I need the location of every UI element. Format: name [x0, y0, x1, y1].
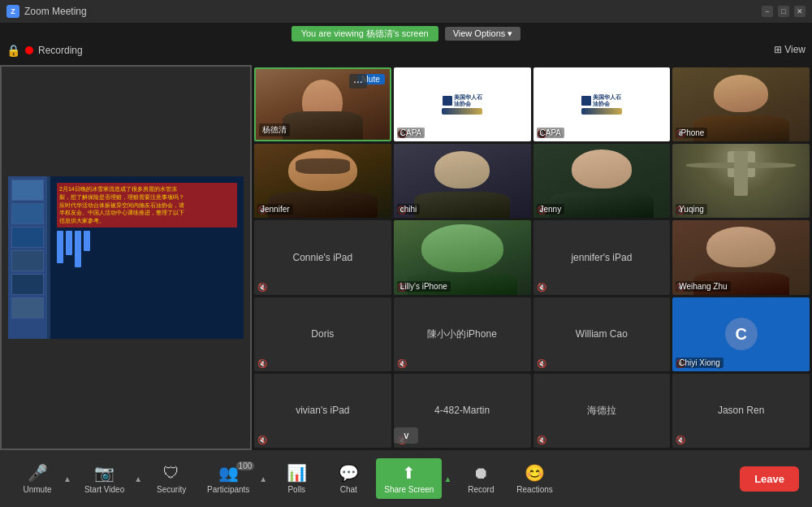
zoom-logo: Z — [6, 5, 19, 18]
slide-red-box: 2月14日晚的冰雪寒流造成了很多房屋的水管冻裂，想了解保险是否理赔，理赔需要注意… — [57, 183, 237, 228]
record-icon: ⏺ — [473, 464, 489, 483]
mute-icon-xiaoxiao-iphone: 🔇 — [397, 359, 407, 368]
participant-tile-vivians-ipad[interactable]: vivian's iPad 🔇 — [254, 374, 391, 448]
participant-tile-haidelei[interactable]: 海德拉 🔇 — [533, 374, 671, 448]
capa-logo-1: 美国华人石油协会 — [442, 94, 482, 115]
slide-thumb-2 — [11, 203, 44, 224]
polls-button[interactable]: 📊 Polls — [272, 458, 321, 499]
security-button[interactable]: 🛡 Security — [147, 459, 196, 499]
chat-label: Chat — [340, 485, 357, 494]
video-options-arrow[interactable]: ▲ — [132, 474, 144, 483]
mute-icon-jason-ren: 🔇 — [676, 436, 685, 444]
slide-thumb-4 — [11, 250, 44, 271]
participant-name-yuqing: Yuqing — [676, 204, 707, 214]
participant-tile-yangdeqing[interactable]: Mute ··· 杨德清 — [254, 67, 391, 141]
window-title: Zoom Meeting — [24, 6, 87, 17]
participant-tile-doris[interactable]: Doris 🔇 — [254, 297, 391, 371]
share-screen-icon: ⬆ — [402, 463, 416, 483]
title-bar-controls[interactable]: − □ ✕ — [762, 6, 806, 17]
share-screen-label: Share Screen — [384, 485, 434, 494]
video-button-area[interactable]: 📷 Start Video ▲ — [76, 458, 144, 499]
participant-tile-lillys-iphone[interactable]: 🔇 Lilly's iPhone — [394, 220, 531, 294]
participant-name-vivians-ipad: vivian's iPad — [296, 405, 349, 416]
view-options-button[interactable]: View Options ▾ — [445, 27, 521, 41]
slide-sidebar — [8, 176, 47, 339]
security-shield-icon: 🔒 — [6, 44, 20, 57]
participant-name-jenny: Jenny — [537, 204, 565, 214]
participant-tile-xiaoxiao-iphone[interactable]: 陳小小的iPhone 🔇 — [394, 297, 531, 371]
recording-indicator-dot — [25, 46, 33, 54]
screen-share-notice: You are viewing 杨德清's screen — [292, 26, 438, 41]
participant-tile-iphone-top[interactable]: 🔇 iPhone — [672, 67, 810, 141]
participant-name-doris: Doris — [311, 328, 334, 340]
participants-grid: Mute ··· 杨德清 美国华人石油协会 🔇 CAPA 美国华人石油协会 — [252, 65, 812, 450]
slide-main-content: 2月14日晚的冰雪寒流造成了很多房屋的水管冻裂，想了解保险是否理赔，理赔需要注意… — [50, 176, 244, 339]
share-screen-options-arrow[interactable]: ▲ — [442, 474, 453, 483]
screen-share-area: 2月14日晚的冰雪寒流造成了很多房屋的水管冻裂，想了解保险是否理赔，理赔需要注意… — [0, 65, 252, 450]
video-label: Start Video — [84, 485, 124, 494]
participant-tile-jennifers-ipad[interactable]: jennifer's iPad 🔇 — [533, 220, 671, 294]
recording-bar: 🔒 Recording — [6, 44, 83, 57]
participants-options-arrow[interactable]: ▲ — [257, 474, 269, 483]
slide-thumb-5 — [11, 274, 44, 295]
participant-name-chihi: chihi — [397, 204, 421, 214]
participant-name-xiaoxiao-iphone: 陳小小的iPhone — [427, 327, 496, 341]
scroll-down-indicator[interactable]: ∨ — [394, 427, 418, 444]
chat-icon: 💬 — [339, 463, 359, 483]
participant-tile-chiyi-xiong[interactable]: C 🔇 Chiyi Xiong — [672, 297, 810, 371]
participant-name-jason-ren: Jason Ren — [718, 405, 764, 416]
recording-label: Recording — [38, 45, 83, 56]
chiyi-xiong-avatar: C — [725, 318, 758, 350]
slide-text-main: 2月14日晚的冰雪寒流造成了很多房屋的水管冻裂，想了解保险是否理赔，理赔需要注意… — [59, 185, 235, 225]
leave-button[interactable]: Leave — [740, 466, 799, 492]
participant-name-chiyi-xiong: Chiyi Xiong — [676, 358, 723, 368]
participant-tile-weihang-zhu[interactable]: 🔇 Weihang Zhu — [672, 220, 810, 294]
maximize-button[interactable]: □ — [778, 6, 789, 17]
mic-icon: 🎤 — [28, 463, 48, 483]
mute-icon-connies-ipad: 🔇 — [257, 283, 267, 292]
participant-tile-capa1[interactable]: 美国华人石油协会 🔇 CAPA — [394, 67, 531, 141]
speaker-body — [283, 111, 363, 140]
security-icon: 🛡 — [163, 464, 179, 483]
polls-label: Polls — [287, 485, 305, 494]
reactions-icon: 😊 — [525, 463, 545, 483]
close-button[interactable]: ✕ — [794, 6, 806, 17]
participant-tile-william-cao[interactable]: William Cao 🔇 — [533, 297, 671, 371]
mute-icon-vivians-ipad: 🔇 — [257, 436, 267, 444]
participants-button-area[interactable]: 👥 Participants 100 ▲ — [199, 458, 269, 499]
capa-logo-2: 美国华人石油协会 — [581, 94, 622, 115]
view-button[interactable]: ⊞ View — [774, 44, 806, 55]
participant-name-jennifer: Jennifer — [257, 204, 293, 214]
minimize-button[interactable]: − — [762, 6, 773, 17]
share-screen-button-area[interactable]: ⬆ Share Screen ▲ — [376, 458, 453, 499]
unmute-button-area[interactable]: 🎤 Unmute ▲ — [13, 458, 73, 499]
presentation-slide: 2月14日晚的冰雪寒流造成了很多房屋的水管冻裂，想了解保险是否理赔，理赔需要注意… — [8, 176, 244, 339]
toolbar: 🎤 Unmute ▲ 📷 Start Video ▲ 🛡 Security 👥 … — [0, 450, 812, 507]
capa-logo-bar-1 — [442, 108, 482, 115]
participant-tile-jennifer[interactable]: 🔇 Jennifer — [254, 144, 391, 218]
chat-button[interactable]: 💬 Chat — [324, 458, 373, 499]
share-screen-button[interactable]: ⬆ Share Screen — [376, 458, 442, 499]
participant-tile-jenny[interactable]: 🔇 Jenny — [533, 144, 671, 218]
polls-icon: 📊 — [287, 463, 307, 483]
video-button[interactable]: 📷 Start Video — [76, 458, 132, 499]
participant-name-william-cao: William Cao — [576, 328, 628, 340]
participant-tile-chihi[interactable]: 🔇 chihi — [394, 144, 531, 218]
slide-thumb-3 — [11, 227, 44, 248]
participants-button[interactable]: 👥 Participants 100 — [199, 458, 257, 499]
more-options-badge[interactable]: ··· — [349, 74, 367, 89]
record-button[interactable]: ⏺ Record — [456, 459, 505, 499]
camera-icon: 📷 — [94, 463, 114, 483]
participant-tile-jason-ren[interactable]: Jason Ren 🔇 — [672, 374, 810, 448]
mic-options-arrow[interactable]: ▲ — [62, 474, 73, 483]
participant-tile-yuqing[interactable]: 🔇 Yuqing — [672, 144, 810, 218]
notification-bar: You are viewing 杨德清's screen View Option… — [0, 23, 812, 44]
mute-icon-doris: 🔇 — [257, 359, 267, 368]
unmute-button[interactable]: 🎤 Unmute — [13, 458, 62, 499]
participant-tile-connies-ipad[interactable]: Connie's iPad 🔇 — [254, 220, 391, 294]
toolbar-left-group: 🎤 Unmute ▲ 📷 Start Video ▲ 🛡 Security 👥 … — [13, 458, 561, 499]
participants-count-badge: 100 — [236, 462, 255, 470]
participant-tile-capa2[interactable]: 美国华人石油协会 🔇 CAPA — [533, 67, 671, 141]
reactions-button[interactable]: 😊 Reactions — [508, 458, 560, 499]
participants-label: Participants — [207, 485, 249, 494]
